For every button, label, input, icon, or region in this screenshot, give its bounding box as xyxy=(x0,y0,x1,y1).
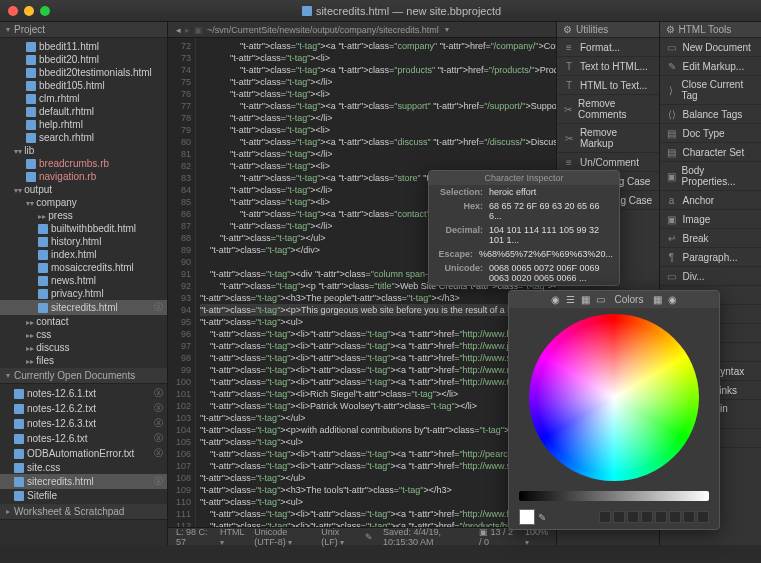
palette-item[interactable]: ✂Remove Markup xyxy=(557,124,659,153)
color-mode-crayons-icon[interactable]: ▦ xyxy=(653,294,662,305)
open-document-item[interactable]: sitecredits.htmlⓧ xyxy=(0,474,167,489)
folder-item[interactable]: press xyxy=(0,209,167,222)
file-item[interactable]: news.html xyxy=(0,274,167,287)
palette-item[interactable]: THTML to Text... xyxy=(557,76,659,95)
file-item[interactable]: bbedit11.html xyxy=(0,40,167,53)
open-document-item[interactable]: Sitefile xyxy=(0,489,167,502)
folder-item[interactable]: files xyxy=(0,354,167,367)
file-item[interactable]: bbedit20testimonials.html xyxy=(0,66,167,79)
color-wheel[interactable] xyxy=(529,314,699,481)
file-item[interactable]: index.html xyxy=(0,248,167,261)
palette-item[interactable]: TText to HTML... xyxy=(557,57,659,76)
palette-item[interactable]: ↵Break xyxy=(660,229,762,248)
folder-item[interactable]: output xyxy=(0,183,167,196)
close-icon[interactable]: ⓧ xyxy=(154,475,163,488)
palette-item[interactable]: ▣Body Properties... xyxy=(660,162,762,191)
close-window-button[interactable] xyxy=(8,6,18,16)
eyedropper-icon[interactable]: ✎ xyxy=(538,512,546,523)
close-icon[interactable]: ⓧ xyxy=(154,402,163,415)
open-document-item[interactable]: notes-12.6.1.txtⓧ xyxy=(0,386,167,401)
palette-item[interactable]: ▤Character Set xyxy=(660,143,762,162)
close-icon[interactable]: ⓧ xyxy=(154,387,163,400)
file-item[interactable]: privacy.html xyxy=(0,287,167,300)
color-mode-sliders-icon[interactable]: ☰ xyxy=(566,294,575,305)
palette-item[interactable]: ▤Doc Type xyxy=(660,124,762,143)
folder-item[interactable]: company xyxy=(0,196,167,209)
palette-item-icon: ↵ xyxy=(666,232,678,244)
palette-item[interactable]: ⟨⟩Balance Tags xyxy=(660,105,762,124)
file-icon xyxy=(14,463,24,473)
palette-item[interactable]: ▭Div... xyxy=(660,267,762,286)
colors-panel-header[interactable]: ◉ ☰ ▦ ▭ Colors ▦ ◉ xyxy=(509,291,719,308)
open-docs-header[interactable]: ▾ Currently Open Documents xyxy=(0,368,167,384)
close-icon[interactable]: ⓧ xyxy=(154,417,163,430)
close-icon[interactable]: ⓧ xyxy=(154,301,163,314)
palette-item[interactable]: aAnchor xyxy=(660,191,762,210)
saved-swatch[interactable] xyxy=(599,511,611,523)
file-item[interactable]: default.rhtml xyxy=(0,105,167,118)
file-item[interactable]: bbedit20.html xyxy=(0,53,167,66)
folder-item[interactable]: discuss xyxy=(0,341,167,354)
line-ending-popup[interactable]: Unix (LF) xyxy=(321,527,339,547)
project-panel-header[interactable]: ▾ Project xyxy=(0,22,167,38)
file-item[interactable]: mosaiccredits.html xyxy=(0,261,167,274)
file-item[interactable]: help.rhtml xyxy=(0,118,167,131)
nav-back-icon[interactable]: ◂ xyxy=(176,25,181,35)
file-item[interactable]: history.html xyxy=(0,235,167,248)
utilities-header[interactable]: Utilities xyxy=(557,22,659,38)
html-tools-header[interactable]: HTML Tools xyxy=(660,22,762,38)
palette-item[interactable]: ▣Image xyxy=(660,210,762,229)
file-item[interactable]: search.rhtml xyxy=(0,131,167,144)
palette-item[interactable]: ✎Edit Markup... xyxy=(660,57,762,76)
open-document-item[interactable]: site.css xyxy=(0,461,167,474)
item-label: privacy.html xyxy=(51,288,104,299)
saved-swatch[interactable] xyxy=(655,511,667,523)
current-color-swatch[interactable] xyxy=(519,509,535,525)
cursor-position[interactable]: L: 98 C: 57 xyxy=(176,527,210,547)
color-mode-custom-icon[interactable]: ◉ xyxy=(668,294,677,305)
file-item[interactable]: breadcrumbs.rb xyxy=(0,157,167,170)
document-path-bar[interactable]: ◂ ▸ ▣ ~/svn/CurrentSite/newsite/output/c… xyxy=(168,22,556,38)
open-document-item[interactable]: notes-12.6.2.txtⓧ xyxy=(0,401,167,416)
item-label: ODBAutomationError.txt xyxy=(27,448,134,459)
brightness-slider[interactable] xyxy=(519,491,709,501)
saved-swatch[interactable] xyxy=(683,511,695,523)
palette-item[interactable]: ✂Remove Comments xyxy=(557,95,659,124)
item-label: site.css xyxy=(27,462,60,473)
color-mode-spectrum-icon[interactable]: ▭ xyxy=(596,294,605,305)
open-document-item[interactable]: ODBAutomationError.txtⓧ xyxy=(0,446,167,461)
file-item[interactable]: bbedit105.html xyxy=(0,79,167,92)
scratchpad-header[interactable]: ▸ Worksheet & Scratchpad xyxy=(0,504,167,520)
saved-swatch[interactable] xyxy=(697,511,709,523)
close-icon[interactable]: ⓧ xyxy=(154,447,163,460)
palette-item[interactable]: ≡Format... xyxy=(557,38,659,57)
open-docs-label: Currently Open Documents xyxy=(14,370,135,381)
file-item[interactable]: clm.rhtml xyxy=(0,92,167,105)
color-mode-wheel-icon[interactable]: ◉ xyxy=(551,294,560,305)
language-popup[interactable]: HTML xyxy=(220,527,244,537)
disclosure-icon: ▸ xyxy=(6,507,10,516)
folder-item[interactable]: contact xyxy=(0,315,167,328)
saved-swatch[interactable] xyxy=(669,511,681,523)
close-icon[interactable]: ⓧ xyxy=(154,432,163,445)
file-item[interactable]: sitecredits.htmlⓧ xyxy=(0,300,167,315)
file-item[interactable]: navigation.rb xyxy=(0,170,167,183)
palette-item[interactable]: ⟩Close Current Tag xyxy=(660,76,762,105)
palette-item[interactable]: ¶Paragraph... xyxy=(660,248,762,267)
encoding-popup[interactable]: Unicode (UTF-8) xyxy=(254,527,287,547)
palette-item[interactable]: ▭New Document xyxy=(660,38,762,57)
saved-swatch[interactable] xyxy=(627,511,639,523)
zoom-window-button[interactable] xyxy=(40,6,50,16)
folder-item[interactable]: lib xyxy=(0,144,167,157)
saved-swatch[interactable] xyxy=(641,511,653,523)
open-document-item[interactable]: notes-12.6.3.txtⓧ xyxy=(0,416,167,431)
saved-swatch[interactable] xyxy=(613,511,625,523)
inspector-row: Hex:68 65 72 6F 69 63 20 65 66 6... xyxy=(429,199,619,223)
open-document-item[interactable]: notes-12.6.txtⓧ xyxy=(0,431,167,446)
file-item[interactable]: builtwithbbedit.html xyxy=(0,222,167,235)
color-mode-palette-icon[interactable]: ▦ xyxy=(581,294,590,305)
item-label: news.html xyxy=(51,275,96,286)
nav-fwd-icon[interactable]: ▸ xyxy=(185,25,190,35)
minimize-window-button[interactable] xyxy=(24,6,34,16)
folder-item[interactable]: css xyxy=(0,328,167,341)
